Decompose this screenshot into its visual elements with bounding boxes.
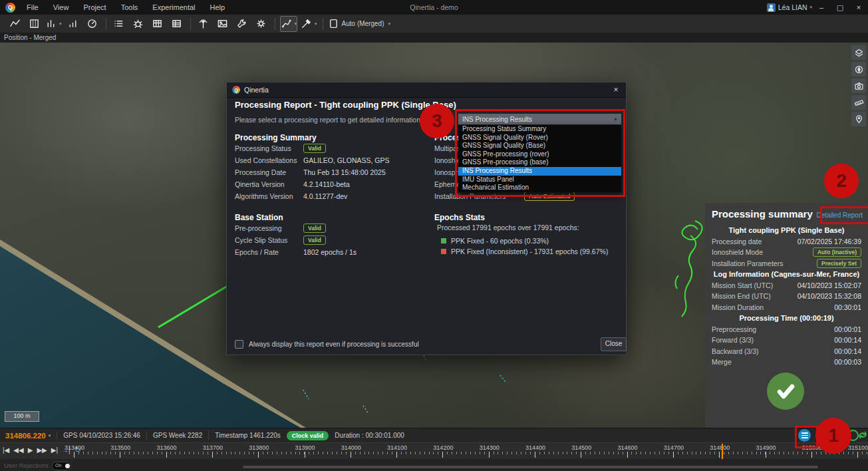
footer-bar: User Rejections On: [0, 459, 868, 471]
layers-button[interactable]: [851, 45, 866, 60]
minimize-button[interactable]: –: [812, 0, 831, 15]
processing-summary-panel: Processing summary Detailed Report Tight…: [705, 203, 868, 428]
success-check-icon: [767, 373, 804, 410]
summary-label: Installation Parameters: [712, 259, 783, 267]
menu-file[interactable]: File: [19, 0, 46, 15]
timeline[interactable]: |◀◀◀▶▶▶▶|→|↻ 313400313500313600313700313…: [0, 442, 868, 459]
chevron-down-icon: ▾: [388, 21, 390, 27]
timeline-scrollbar-thumb[interactable]: [243, 466, 818, 468]
summary-row: Preprocessing00:00:01: [705, 324, 868, 335]
qinertia-logo-icon: Q: [5, 3, 15, 13]
current-epoch[interactable]: 314806.220: [5, 432, 46, 440]
dialog-close-icon[interactable]: ×: [606, 82, 626, 97]
menu-experimental[interactable]: Experimental: [145, 0, 202, 15]
timeline-cursor[interactable]: [722, 444, 723, 459]
menu-project[interactable]: Project: [76, 0, 113, 15]
toggle-knob: [65, 464, 70, 468]
list-button[interactable]: [111, 17, 127, 31]
compass-button[interactable]: [851, 62, 866, 77]
toggle-state-label: On: [55, 463, 61, 468]
timeline-tick-label: 314200: [420, 444, 466, 451]
field-value: 1802 epochs / 1s: [303, 248, 357, 256]
rewind-button[interactable]: ◀◀: [13, 446, 23, 454]
summary-value: 00:00:03: [834, 358, 861, 366]
map-button[interactable]: [26, 17, 42, 31]
location-pin-button[interactable]: [851, 112, 866, 126]
table-edit-icon: [171, 18, 182, 29]
user-name[interactable]: Léa LIAN: [778, 3, 807, 11]
image-icon: [217, 18, 228, 29]
epochs-items: PPK Fixed - 60 epochs (0.33%)PPK Fixed (…: [441, 236, 608, 257]
field-row: Pre-processingValid: [235, 222, 357, 234]
field-value: GALILEO, GLONASS, GPS: [303, 156, 390, 164]
chevron-down-icon: ▾: [59, 21, 62, 27]
gauge-button[interactable]: [84, 17, 100, 31]
status-bar: 314806.220 ▾ GPS 04/10/2023 15:26:46GPS …: [0, 428, 868, 442]
timeline-tick-label: 313600: [144, 444, 190, 451]
epoch-stat-item: PPK Fixed (Inconsistent) - 17931 epochs …: [441, 246, 608, 257]
section-epochs-stats: Epochs Stats: [434, 213, 485, 222]
table-edit-button[interactable]: [169, 17, 185, 31]
signal-bars-button[interactable]: [65, 17, 81, 31]
play-button[interactable]: ▶: [28, 446, 33, 454]
menu-help[interactable]: Help: [203, 0, 233, 15]
measure-button[interactable]: [851, 95, 866, 110]
bar-chart-button[interactable]: ▾: [45, 17, 62, 31]
timeline-tick-label: 313400: [52, 444, 97, 451]
status-item: Timestamp 1461.220s: [215, 432, 281, 439]
summary-row: Forward (3/3)00:00:14: [705, 335, 868, 346]
camera-button[interactable]: [851, 78, 866, 93]
wrench-button[interactable]: [234, 17, 250, 31]
status-item: GPS Week 2282: [153, 432, 202, 439]
annotation-rect-step2: [820, 206, 868, 224]
checkbox-icon[interactable]: [235, 340, 243, 349]
report-heading: Processing Report - Tight coupling PPK (…: [235, 100, 456, 110]
dialog-title-bar: Q Qinertia ×: [227, 82, 626, 98]
timeline-tick-label: 314500: [559, 444, 604, 451]
section-processing-summary: Processing Summary: [235, 133, 317, 142]
sync-icon[interactable]: [857, 429, 868, 441]
summary-label: Mission Duration: [712, 303, 764, 311]
satellite-path-button[interactable]: ▾: [301, 17, 317, 31]
timeline-tick-label: 313700: [190, 444, 235, 451]
trend-chart-button[interactable]: [7, 17, 23, 31]
gear-button[interactable]: [253, 17, 269, 31]
trajectory-button[interactable]: ▾: [280, 16, 298, 32]
summary-value: 00:30:01: [834, 303, 861, 311]
panel-title: Processing summary: [712, 208, 813, 220]
field-row: Processing StatusValid: [235, 142, 390, 154]
skip-start-button[interactable]: |◀: [3, 446, 9, 454]
summary-label: Backward (3/3): [712, 347, 759, 355]
timeline-ticks: [67, 452, 868, 458]
epoch-stat-label: PPK Fixed (Inconsistent) - 17931 epochs …: [451, 247, 608, 255]
close-button[interactable]: ×: [849, 0, 868, 15]
maximize-button[interactable]: ▢: [831, 0, 849, 15]
menu-tools[interactable]: Tools: [114, 0, 146, 15]
close-dialog-button[interactable]: Close: [601, 337, 627, 351]
image-button[interactable]: [215, 17, 231, 31]
device-button[interactable]: Auto (Merged)▾: [328, 17, 390, 31]
epoch-stat-item: PPK Fixed - 60 epochs (0.33%): [441, 236, 608, 246]
table-grid-button[interactable]: [150, 17, 166, 31]
gauge-icon: [86, 18, 98, 29]
annotation-circle-step1: 1: [815, 418, 851, 454]
measure-icon: [854, 98, 864, 108]
summary-row: Installation ParametersPrecisely Set: [705, 258, 868, 269]
bug-button[interactable]: [130, 17, 146, 31]
gear-icon: [255, 18, 267, 29]
field-row: Qinertia Version4.2.14110-beta: [235, 178, 390, 190]
summary-row: Mission End (UTC)04/10/2023 15:32:08: [705, 291, 868, 302]
antenna-button[interactable]: [196, 17, 212, 31]
menu-bar: FileViewProjectToolsExperimentalHelp: [19, 0, 232, 15]
menu-view[interactable]: View: [46, 0, 76, 15]
fast-forward-button[interactable]: ▶▶: [37, 446, 47, 454]
status-separator: [146, 431, 147, 440]
chevron-down-icon: ▾: [315, 21, 317, 27]
status-badge: Valid: [303, 144, 326, 153]
always-display-option[interactable]: Always display this report even if proce…: [235, 340, 419, 349]
summary-section-header: Processing Time (00:00:19): [705, 313, 868, 324]
summary-value: 00:00:14: [834, 336, 861, 344]
field-value: 4.0.11277-dev: [303, 192, 347, 200]
user-rejections-toggle[interactable]: On: [52, 462, 71, 470]
status-badge: Valid: [303, 224, 326, 233]
